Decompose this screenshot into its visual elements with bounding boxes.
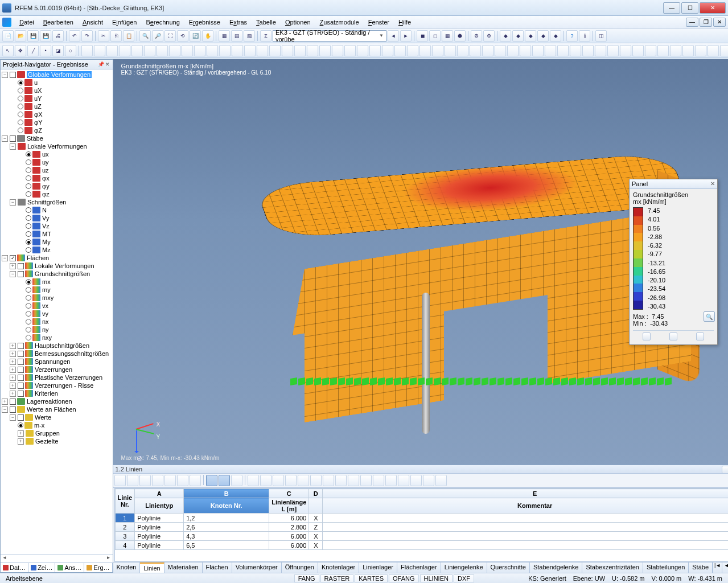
edit-tool-30-icon[interactable]	[457, 45, 468, 56]
edit-tool-50-icon[interactable]	[708, 45, 719, 56]
tbl-btn-b1-icon[interactable]	[260, 475, 272, 486]
wire-icon[interactable]: ▦	[442, 30, 453, 42]
data-tab-Materialien[interactable]: Materialien	[164, 563, 203, 573]
edit-tool-1-icon[interactable]	[94, 45, 105, 56]
tab-first-icon[interactable]: |◄	[713, 563, 722, 573]
lc-next-icon[interactable]: ►	[400, 30, 412, 42]
menu-hilfe[interactable]: Hilfe	[394, 18, 416, 27]
table-row[interactable]: 4Polylinie6,56.000X	[115, 541, 728, 550]
radio-Vy[interactable]	[26, 215, 31, 221]
menu-fenster[interactable]: Fenster	[364, 18, 394, 27]
radio-mxy[interactable]	[26, 295, 31, 301]
edit-tool-11-icon[interactable]	[219, 45, 231, 56]
addon-icon[interactable]: ◫	[595, 30, 607, 42]
edit-tool-6-icon[interactable]	[157, 45, 168, 56]
edit-tool-21-icon[interactable]	[344, 45, 356, 56]
results-icon[interactable]: Σ	[260, 30, 272, 42]
data-tabs[interactable]: KnotenLinienMaterialienFlächenVolumenkör…	[113, 562, 729, 573]
navigator-header[interactable]: Projekt-Navigator - Ergebnisse 📌 ✕	[1, 60, 113, 69]
data-tab-Stabendgelenke[interactable]: Stabendgelenke	[530, 563, 583, 573]
calc-icon[interactable]: ⚙	[471, 30, 482, 42]
app-menu-icon[interactable]	[2, 18, 11, 27]
menu-tabelle[interactable]: Tabelle	[252, 18, 281, 27]
edit-tool-48-icon[interactable]	[682, 45, 694, 56]
edit-tool-47-icon[interactable]	[670, 45, 681, 56]
status-toggle-DXF[interactable]: DXF	[454, 574, 474, 582]
print-icon[interactable]: 🖨	[52, 30, 64, 42]
edit-tool-46-icon[interactable]	[657, 45, 669, 56]
radio-vx[interactable]	[26, 303, 31, 309]
edit-tool-0-icon[interactable]	[81, 45, 93, 56]
data-tab-Knotenlager[interactable]: Knotenlager	[318, 563, 359, 573]
tbl-btn-b11-icon[interactable]	[385, 475, 397, 486]
edit-tool-23-icon[interactable]	[369, 45, 381, 56]
status-toggle-OFANG[interactable]: OFANG	[389, 574, 419, 582]
mod3-icon[interactable]: ◆	[525, 30, 536, 42]
radio-uy[interactable]	[26, 159, 31, 165]
menu-ansicht[interactable]: Ansicht	[78, 18, 108, 27]
edit-tool-2-icon[interactable]	[106, 45, 118, 56]
radio-N[interactable]	[26, 207, 31, 213]
undo-icon[interactable]: ↶	[69, 30, 80, 42]
edit-tool-17-icon[interactable]	[294, 45, 306, 56]
move-icon[interactable]: ✥	[15, 45, 26, 56]
edit-tool-49-icon[interactable]	[695, 45, 706, 56]
radio-nx[interactable]	[26, 319, 31, 325]
status-toggle-HLINIEN[interactable]: HLINIEN	[420, 574, 453, 582]
tbl-btn-b12-icon[interactable]	[398, 475, 409, 486]
edit-tool-3-icon[interactable]	[119, 45, 130, 56]
mod2-icon[interactable]: ◆	[512, 30, 524, 42]
status-toggle-KARTES[interactable]: KARTES	[355, 574, 388, 582]
tbl-btn-b3-icon[interactable]	[285, 475, 297, 486]
zoom-out-icon[interactable]: 🔎	[152, 30, 163, 42]
edit-tool-28-icon[interactable]	[432, 45, 443, 56]
view-tables-icon[interactable]: ▦	[219, 30, 230, 42]
radio-my[interactable]	[26, 287, 31, 293]
open-icon[interactable]: 📂	[15, 30, 26, 42]
radio-uX[interactable]	[18, 88, 23, 93]
data-tab-Flächenlager[interactable]: Flächenlager	[397, 563, 441, 573]
tbl-btn-1-icon[interactable]	[127, 475, 138, 486]
tbl-btn-2-icon[interactable]	[139, 475, 151, 486]
open-icon2[interactable]: ○	[65, 45, 76, 56]
edit-tool-51-icon[interactable]	[720, 45, 728, 56]
mod5-icon[interactable]: ◆	[550, 30, 561, 42]
rotate-icon[interactable]: 🔄	[190, 30, 201, 42]
edit-tool-42-icon[interactable]	[607, 45, 619, 56]
tbl-btn-b10-icon[interactable]	[373, 475, 384, 486]
about-icon[interactable]: ℹ	[579, 30, 590, 42]
legend-tab2-icon[interactable]	[669, 332, 677, 340]
data-tab-Stabteilungen[interactable]: Stabteilungen	[643, 563, 689, 573]
radio-φX[interactable]	[18, 112, 23, 117]
mod1-icon[interactable]: ◆	[500, 30, 511, 42]
tbl-btn-b9-icon[interactable]	[360, 475, 372, 486]
radio-Mz[interactable]	[26, 247, 31, 253]
data-tab-Stabexzentrizitäten[interactable]: Stabexzentrizitäten	[582, 563, 643, 573]
minimize-button[interactable]: —	[663, 2, 680, 14]
edit-tool-35-icon[interactable]	[520, 45, 531, 56]
tbl-btn-4-icon[interactable]	[164, 475, 176, 486]
pan-icon[interactable]: ✋	[202, 30, 213, 42]
edit-tool-14-icon[interactable]	[257, 45, 268, 56]
tbl-btn-b14-icon[interactable]	[423, 475, 434, 486]
edit-tool-24-icon[interactable]	[382, 45, 393, 56]
tbl-btn-0-icon[interactable]	[114, 475, 126, 486]
legend-tab1-icon[interactable]	[643, 332, 651, 340]
edit-tool-25-icon[interactable]	[394, 45, 406, 56]
data-tab-Flächen[interactable]: Flächen	[203, 563, 232, 573]
navigator-tree[interactable]: −Globale Verformungen uuXuYuZφXφYφZ −Stä…	[1, 69, 113, 555]
edit-tool-7-icon[interactable]	[169, 45, 180, 56]
tbl-btn-b13-icon[interactable]	[410, 475, 422, 486]
edit-tool-22-icon[interactable]	[357, 45, 368, 56]
maximize-button[interactable]: ☐	[681, 2, 698, 14]
data-grid[interactable]: Linie Nr. A B C D E Linientyp Knoten Nr.…	[114, 488, 729, 562]
legend-close-icon[interactable]: ✕	[710, 180, 715, 187]
zoom-prev-icon[interactable]: ⟲	[177, 30, 188, 42]
radio-φy[interactable]	[26, 183, 31, 189]
legend-tab3-icon[interactable]	[696, 332, 704, 340]
pin-icon[interactable]: 📌 ✕	[98, 61, 110, 67]
edit-tool-43-icon[interactable]	[620, 45, 631, 56]
view-split-icon[interactable]: ▧	[244, 30, 255, 42]
edit-tool-16-icon[interactable]	[282, 45, 293, 56]
tbl-btn-6-icon[interactable]	[190, 475, 201, 486]
